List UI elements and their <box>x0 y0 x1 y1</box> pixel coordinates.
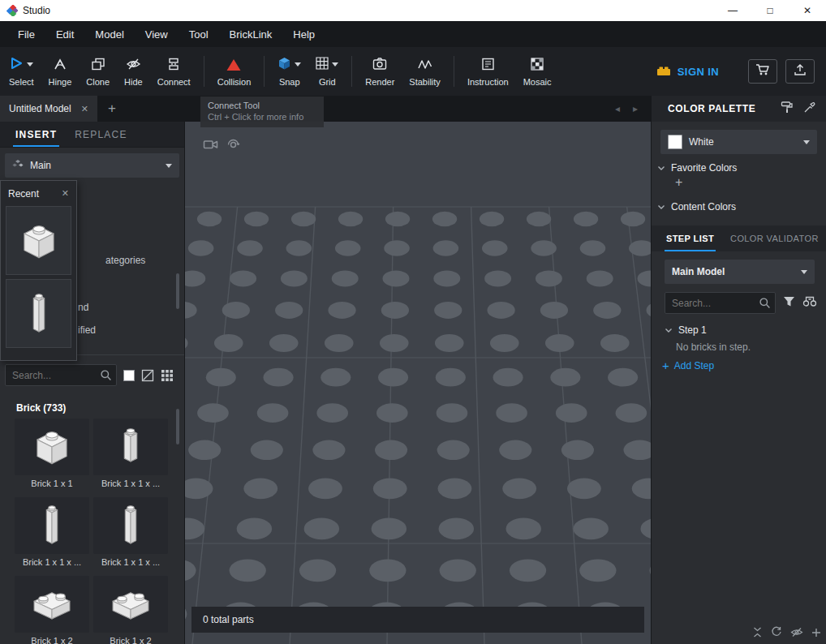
baseplate-canvas[interactable] <box>185 122 651 644</box>
parts-grid: Brick 1 x 1 Brick 1 x 1 x ... Brick 1 x … <box>15 419 170 644</box>
close-icon[interactable]: ✕ <box>62 188 69 199</box>
menu-view[interactable]: View <box>135 21 179 47</box>
menu-tool[interactable]: Tool <box>179 21 219 47</box>
part-thumbnail <box>14 289 64 339</box>
add-tab-button[interactable]: + <box>97 101 127 117</box>
recent-part-item[interactable] <box>6 279 71 348</box>
tooltip-subtitle: Ctrl + Click for more info <box>208 111 316 122</box>
color-palette-title: COLOR PALETTE <box>668 103 755 114</box>
tab-scroll-left-icon[interactable]: ◂ <box>615 103 620 114</box>
category-section-title: Brick (733) <box>0 394 184 414</box>
sync-steps-icon[interactable] <box>771 626 782 641</box>
part-item[interactable]: Brick 1 x 1 x ... <box>93 497 168 572</box>
tool-label: Hinge <box>49 77 72 87</box>
decorated-filter-button[interactable] <box>141 369 154 382</box>
menu-model[interactable]: Model <box>84 21 134 47</box>
part-name: Brick 1 x 1 x ... <box>101 557 160 567</box>
chevron-down-icon <box>295 62 301 67</box>
toolbar-separator <box>351 56 352 87</box>
menu-file[interactable]: File <box>7 21 45 47</box>
hide-tool-button[interactable]: Hide <box>117 49 150 94</box>
viewport-3d[interactable]: 0 total parts <box>185 122 651 644</box>
favorite-colors-section[interactable]: Favorite Colors <box>652 154 826 174</box>
part-thumbnail <box>93 497 168 554</box>
category-label-fragment: ified <box>78 324 96 336</box>
filter-icon[interactable] <box>783 296 795 311</box>
collision-tool-button[interactable]: Collision <box>210 49 259 94</box>
step-1-row[interactable]: Step 1 <box>652 314 826 336</box>
hinge-tool-button[interactable]: Hinge <box>41 49 80 94</box>
paint-roller-icon[interactable] <box>781 101 794 117</box>
maximize-icon[interactable]: □ <box>751 0 789 21</box>
scrollbar-thumb[interactable] <box>176 409 179 444</box>
instruction-icon <box>481 56 495 72</box>
add-icon[interactable] <box>811 626 821 641</box>
recent-part-item[interactable] <box>6 206 71 275</box>
view-mode-grid-button[interactable] <box>161 369 174 382</box>
orbit-rotate-icon[interactable] <box>226 138 240 155</box>
chevron-down-icon <box>803 140 810 144</box>
snap-tool-button[interactable]: Snap <box>270 49 308 94</box>
select-tool-button[interactable]: Select <box>2 49 41 94</box>
chevron-down-icon <box>166 164 172 168</box>
clone-tool-button[interactable]: Clone <box>79 49 117 94</box>
add-favorite-color-button[interactable]: + <box>652 174 826 190</box>
snap-icon <box>277 57 291 72</box>
tab-scroll-right-icon[interactable]: ▸ <box>633 103 638 114</box>
model-select-dropdown[interactable]: Main Model <box>665 260 815 284</box>
category-label-fragment: ategories <box>105 255 145 266</box>
part-item[interactable]: Brick 1 x 1 x ... <box>15 497 89 572</box>
toggle-visibility-icon[interactable] <box>790 626 803 641</box>
tab-replace[interactable]: REPLACE <box>72 122 129 147</box>
tooltip-title: Connect Tool <box>208 100 316 111</box>
step-search-box <box>665 292 776 314</box>
model-name: Main Model <box>672 266 725 277</box>
grid-tool-button[interactable]: Grid <box>308 49 346 94</box>
part-item[interactable]: Brick 1 x 1 x ... <box>93 419 168 493</box>
connect-tool-button[interactable]: Connect <box>150 49 198 94</box>
tab-close-icon[interactable]: ✕ <box>81 104 88 114</box>
color-select-dropdown[interactable]: White <box>660 130 817 154</box>
connect-tooltip: Connect Tool Ctrl + Click for more info <box>200 97 324 127</box>
instruction-tool-button[interactable]: Instruction <box>460 49 516 94</box>
close-icon[interactable]: ✕ <box>789 0 826 21</box>
tab-insert[interactable]: INSERT <box>13 122 59 147</box>
stability-tool-button[interactable]: Stability <box>402 49 448 94</box>
add-step-button[interactable]: + Add Step <box>652 353 826 371</box>
selected-color-name: White <box>689 136 714 148</box>
menu-help[interactable]: Help <box>282 21 325 47</box>
palette-select-dropdown[interactable]: Main <box>5 153 179 178</box>
part-item[interactable]: Brick 1 x 1 <box>15 419 89 493</box>
category-label-fragment: nd <box>78 302 88 313</box>
upload-button[interactable] <box>785 59 815 84</box>
collapse-all-icon[interactable] <box>752 626 763 641</box>
tool-label: Clone <box>86 77 110 87</box>
wishlist-cart-button[interactable] <box>748 59 777 84</box>
part-item[interactable]: Brick 1 x 2 <box>15 576 89 644</box>
content-colors-section[interactable]: Content Colors <box>652 190 826 213</box>
menu-edit[interactable]: Edit <box>45 21 84 47</box>
toolbar: Select Hinge Clone Hide Connect Collisio… <box>0 47 826 96</box>
binoculars-icon[interactable] <box>802 295 817 311</box>
mosaic-tool-button[interactable]: Mosaic <box>516 49 559 94</box>
menu-bricklink[interactable]: BrickLink <box>219 21 283 47</box>
minimize-icon[interactable]: — <box>714 0 751 21</box>
toolbar-separator <box>264 56 265 87</box>
render-tool-button[interactable]: Render <box>358 49 402 94</box>
color-filter-button[interactable] <box>123 370 135 381</box>
right-panel: COLOR PALETTE White Favorite Colors + Co… <box>651 96 826 644</box>
step-label: Step 1 <box>678 324 707 336</box>
tab-color-validator[interactable]: COLOR VALIDATOR <box>729 225 820 251</box>
scrollbar-thumb[interactable] <box>176 273 179 309</box>
chevron-down-icon <box>665 328 673 333</box>
camera-view-icon[interactable] <box>203 138 218 155</box>
tab-step-list[interactable]: STEP LIST <box>665 225 716 251</box>
tab-untitled-model[interactable]: Untitled Model ✕ <box>0 96 97 122</box>
stability-icon <box>417 56 432 72</box>
eyedropper-icon[interactable] <box>803 101 816 117</box>
sign-in-button[interactable]: SIGN IN <box>656 64 719 79</box>
part-thumbnail <box>93 576 168 633</box>
chevron-down-icon <box>332 62 338 67</box>
hide-icon <box>126 56 141 72</box>
part-item[interactable]: Brick 1 x 2 <box>93 576 168 644</box>
